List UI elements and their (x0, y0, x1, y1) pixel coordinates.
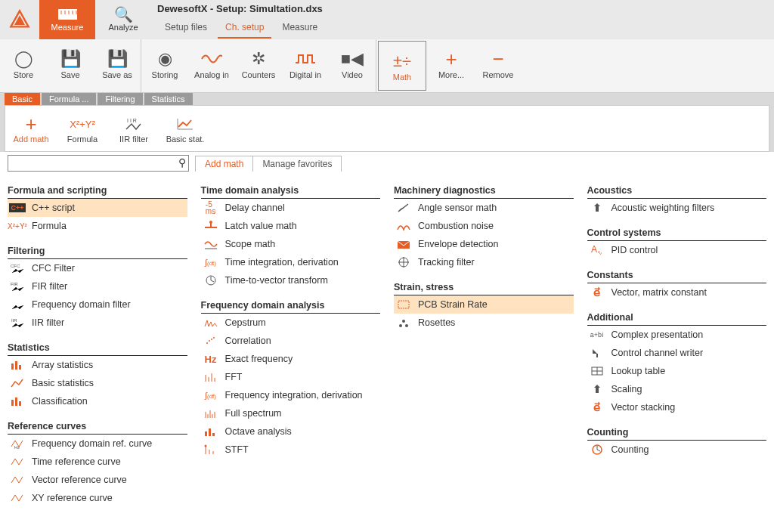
math-item[interactable]: A∿PID control (587, 241, 767, 259)
math-item[interactable]: STFT (201, 441, 381, 459)
svg-rect-13 (15, 361, 17, 370)
math-item[interactable]: HzExact frequency (201, 350, 381, 368)
minitab-statistics[interactable]: Statistics (144, 93, 193, 105)
math-item[interactable]: Rosettes (394, 314, 574, 332)
math-item[interactable]: Frequency domain filter (8, 295, 187, 314)
math-item[interactable]: C++C++ script (8, 199, 187, 217)
submenu-measure[interactable]: Measure (274, 20, 325, 39)
math-item-label: Time reference curve (32, 456, 121, 467)
oct-icon (203, 425, 219, 438)
math-item[interactable]: IIRIIR filter (8, 314, 187, 332)
analogin-icon (201, 48, 222, 70)
search-icon[interactable]: ⚲ (178, 156, 186, 169)
remove-button[interactable]: −Remove (475, 39, 522, 88)
tab-manage-favorites[interactable]: Manage favorites (253, 156, 341, 172)
math-item[interactable]: Lookup table (587, 362, 767, 380)
math-item-label: Complex presentation (611, 329, 704, 340)
math-button[interactable]: ±÷Math (379, 42, 426, 90)
math-item[interactable]: Octave analysis (201, 422, 381, 441)
math-item[interactable]: e⃗Vector stacking (587, 398, 767, 416)
math-item[interactable]: -5msDelay channel (201, 199, 381, 217)
math-item[interactable]: Combustion noise (394, 217, 574, 235)
svg-point-27 (209, 340, 210, 342)
saveas-icon: 💾 (107, 48, 128, 70)
math-item[interactable]: FIRFIR filter (8, 277, 187, 295)
math-item[interactable]: Classification (8, 392, 187, 410)
fdf-icon (9, 298, 26, 311)
math-item[interactable]: ∫(dt)Time integration, derivation (201, 253, 381, 271)
storing-button[interactable]: ◉Storing (141, 39, 188, 88)
video-button[interactable]: ■◀Video (329, 39, 376, 88)
mode-measure-label: Measure (51, 23, 84, 32)
ribbon-formula[interactable]: X²+Y²Formula (57, 106, 108, 151)
math-item[interactable]: Cepstrum (201, 314, 381, 332)
submenu-ch-setup[interactable]: Ch. setup (218, 20, 271, 39)
submenu-setup-files[interactable]: Setup files (157, 20, 215, 39)
search-input[interactable] (8, 155, 189, 172)
math-item[interactable]: Scaling (587, 380, 767, 398)
mini-tabs: Basic Formula ... Filtering Statistics (0, 93, 774, 105)
math-item[interactable]: a+biComplex presentation (587, 326, 767, 344)
math-item[interactable]: FFT (201, 368, 381, 386)
math-item[interactable]: PCB Strain Rate (394, 295, 574, 314)
more-button[interactable]: +More... (428, 39, 475, 88)
math-item[interactable]: X²+Y²Formula (8, 217, 187, 235)
math-item[interactable]: Full spectrum (201, 404, 381, 422)
math-item[interactable]: Envelope detection (394, 235, 574, 253)
ang-icon (395, 201, 412, 215)
minitab-formula[interactable]: Formula ... (42, 93, 97, 105)
page-tabs: Add math Manage favorites (195, 156, 342, 172)
svg-rect-50 (398, 301, 409, 308)
math-item[interactable]: Angle sensor math (394, 199, 574, 217)
cfc-icon: CFC (9, 261, 26, 275)
math-item[interactable]: CFCCFC Filter (8, 259, 187, 277)
ribbon-addmath[interactable]: +Add math (5, 106, 57, 151)
mode-measure[interactable]: Measure (39, 0, 95, 39)
math-item[interactable]: XY reference curve (8, 489, 187, 507)
math-item[interactable]: Array statistics (8, 356, 187, 374)
math-item[interactable]: Scope math (201, 235, 381, 253)
svg-rect-15 (11, 400, 14, 406)
env-icon (395, 237, 412, 251)
math-item[interactable]: Basic statistics (8, 374, 187, 392)
math-item[interactable]: Vector reference curve (8, 471, 187, 489)
tab-add-math[interactable]: Add math (196, 156, 253, 172)
search-box: ⚲ (8, 155, 189, 172)
math-item[interactable]: Counting (587, 441, 767, 459)
math-item[interactable]: Time reference curve (8, 453, 187, 471)
math-item[interactable]: Correlation (201, 332, 381, 350)
math-item[interactable]: Latch value math (201, 217, 381, 235)
analogin-button[interactable]: Analog in (188, 39, 235, 88)
math-item-label: Full spectrum (225, 408, 282, 419)
digitalin-button[interactable]: Digital in (282, 39, 329, 88)
minitab-basic[interactable]: Basic (5, 93, 40, 105)
column-1: Formula and scriptingC++C++ scriptX²+Y²F… (8, 175, 187, 507)
saveas-button[interactable]: 💾Save as (94, 39, 141, 88)
math-item[interactable]: e⃗Vector, matrix constant (587, 283, 767, 302)
math-item[interactable]: Control channel writer (587, 344, 767, 362)
math-item[interactable]: Time-to-vector transform (201, 271, 381, 289)
cep-icon (203, 316, 219, 329)
math-item[interactable]: ∫(df)Frequency integration, derivation (201, 386, 381, 404)
svg-text:I I R: I I R (127, 118, 137, 123)
mode-analyze-label: Analyze (108, 23, 138, 32)
store-button[interactable]: ◯Store (0, 39, 47, 88)
ribbon-basicstat[interactable]: Basic stat. (159, 106, 211, 151)
digitalin-label: Digital in (289, 70, 321, 79)
minitab-filtering[interactable]: Filtering (98, 93, 142, 105)
trk-icon (395, 255, 412, 269)
math-item[interactable]: Tracking filter (394, 253, 574, 271)
measure-icon (57, 8, 77, 21)
mode-analyze[interactable]: 🔍 Analyze (95, 0, 151, 39)
svg-rect-14 (19, 365, 21, 370)
ribbon-iir[interactable]: I I RIIR filter (108, 106, 159, 151)
math-item[interactable]: HzFrequency domain ref. curve (8, 435, 187, 453)
math-item-label: Frequency domain filter (32, 299, 131, 310)
counters-button[interactable]: ✲Counters (235, 39, 282, 88)
category-head: Reference curves (8, 416, 187, 435)
math-item-label: C++ script (32, 203, 75, 213)
toolbar-group-math: ±÷Math (378, 41, 426, 91)
save-button[interactable]: 💾Save (47, 39, 94, 88)
math-item-label: Combustion noise (418, 221, 494, 231)
math-item[interactable]: Acoustic weighting filters (587, 199, 767, 217)
